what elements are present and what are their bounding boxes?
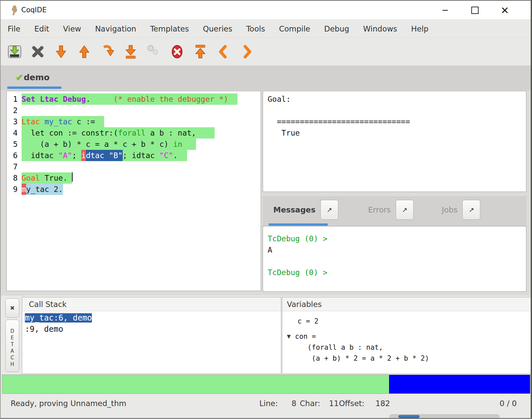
- messages-panel[interactable]: TcDebug (0) >ATcDebug (0) >: [263, 226, 526, 292]
- editor-line-1[interactable]: 1Set Ltac Debug. (* enable the debugger …: [7, 93, 261, 105]
- save-icon[interactable]: [7, 44, 23, 60]
- proof-progress-bar: [2, 375, 530, 394]
- tab-messages[interactable]: Messages↗: [273, 196, 338, 223]
- titlebar: CoqIDE ─ ✕: [1, 1, 531, 20]
- line-number: 3: [7, 116, 18, 127]
- menu-windows[interactable]: Windows: [356, 20, 404, 37]
- menu-file[interactable]: File: [7, 20, 28, 37]
- menu-view[interactable]: View: [56, 20, 88, 37]
- coq-logo-icon: [10, 5, 19, 16]
- goal-panel[interactable]: Goal: ============================= True: [263, 91, 526, 192]
- line-value: 8: [292, 399, 297, 408]
- variables-header: Variables: [282, 297, 531, 311]
- menu-debug[interactable]: Debug: [317, 20, 356, 37]
- menu-queries[interactable]: Queries: [196, 20, 239, 37]
- expand-triangle-icon[interactable]: ▼: [287, 331, 291, 342]
- callstack-frame[interactable]: :9, demo: [25, 324, 281, 335]
- line-number: 7: [7, 161, 18, 172]
- step-forward-icon[interactable]: [53, 44, 69, 60]
- goto-cursor-icon[interactable]: [100, 44, 115, 60]
- tab-jobs[interactable]: Jobs↗: [442, 196, 480, 223]
- detach-errors-button[interactable]: ↗: [396, 200, 414, 220]
- callstack-rows[interactable]: my_tac:6, demo:9, demo: [22, 311, 281, 335]
- goal-line: =============================: [268, 116, 526, 127]
- line-number: 9: [7, 184, 18, 195]
- goal-line: [268, 105, 526, 116]
- restart-icon[interactable]: [192, 44, 208, 60]
- offset-label: Offset:: [339, 399, 365, 408]
- callstack-frame[interactable]: my_tac:6, demo: [25, 312, 281, 324]
- variables-panel: Variables c = 2▼con =(forall a b : nat, …: [282, 297, 531, 374]
- statusbar: Ready, proving Unnamed_thm Line: 8 Char:…: [1, 394, 531, 413]
- tab-demo[interactable]: ✔ demo: [7, 66, 50, 89]
- menu-templates[interactable]: Templates: [143, 20, 196, 37]
- toolbar: ⚙⚙: [1, 38, 531, 66]
- char-label: Char:: [300, 399, 320, 408]
- menu-compile[interactable]: Compile: [272, 20, 317, 37]
- active-tab-underline: [7, 87, 61, 89]
- message-line: [268, 256, 526, 267]
- tab-label: Messages: [273, 206, 315, 214]
- tab-label: Jobs: [442, 206, 457, 214]
- close-window-button[interactable]: ✕: [498, 3, 512, 17]
- goal-line: Goal:: [268, 93, 526, 105]
- line-number: 2: [7, 105, 18, 116]
- close-panel-icon: ✖: [10, 305, 15, 311]
- minimize-button[interactable]: ─: [438, 3, 452, 17]
- previous-occurrence-icon[interactable]: [216, 44, 232, 60]
- detach-debug-panel-button[interactable]: DETACH: [5, 320, 19, 372]
- callstack-panel: Call Stack my_tac:6, demo:9, demo: [22, 297, 281, 374]
- variable-value-line: (a + b) * 2 = a * 2 + b * 2): [307, 353, 531, 364]
- close-tab-icon[interactable]: [30, 44, 46, 60]
- interrupt-icon[interactable]: [169, 44, 185, 60]
- editor-line-4[interactable]: 4 let con := constr:(forall a b : nat,: [7, 127, 261, 139]
- menu-tools[interactable]: Tools: [239, 20, 272, 37]
- message-line: TcDebug (0) >: [268, 233, 526, 244]
- editor-line-3[interactable]: 3Ltac my_tac c :=: [7, 116, 261, 127]
- message-line: TcDebug (0) >: [268, 267, 526, 278]
- offset-value: 182: [375, 399, 390, 408]
- variable-entry: c = 2: [298, 316, 531, 327]
- editor-line-8[interactable]: 8Goal True.: [7, 172, 261, 184]
- variable-value-line: (forall a b : nat,: [307, 342, 531, 353]
- text-cursor: [72, 172, 73, 182]
- bottom-scrollbar[interactable]: [389, 414, 499, 419]
- step-backward-icon[interactable]: [76, 44, 92, 60]
- detach-messages-button[interactable]: ↗: [320, 200, 338, 220]
- settings-gears-icon[interactable]: ⚙⚙: [146, 44, 162, 60]
- char-value: 11: [329, 399, 339, 408]
- menu-help[interactable]: Help: [404, 20, 435, 37]
- feedback-tabbar: Messages↗Errors↗Jobs↗: [263, 196, 526, 226]
- editor-line-2[interactable]: 2: [7, 105, 261, 116]
- goal-line: True: [268, 127, 526, 139]
- detach-arrow-icon: ↗: [402, 206, 408, 214]
- message-line: A: [268, 244, 526, 256]
- document-tabbar: ✔ demo: [1, 66, 531, 90]
- bottom-scrollbar-thumb[interactable]: [398, 415, 420, 418]
- line-number: 6: [7, 150, 18, 161]
- maximize-button[interactable]: [468, 3, 482, 17]
- script-editor[interactable]: 1Set Ltac Debug. (* enable the debugger …: [6, 91, 261, 291]
- menubar: FileEditViewNavigationTemplatesQueriesTo…: [1, 20, 531, 38]
- detach-jobs-button[interactable]: ↗: [462, 200, 480, 220]
- tab-label: demo: [24, 73, 49, 82]
- editor-line-9[interactable]: 9my_tac 2.: [7, 184, 261, 195]
- tab-errors[interactable]: Errors↗: [368, 196, 414, 223]
- callstack-header: Call Stack: [22, 297, 281, 311]
- variables-rows[interactable]: c = 2▼con =(forall a b : nat, (a + b) * …: [282, 316, 531, 364]
- editor-line-6[interactable]: 6 idtac "A"; idtac "B"; idtac "C".: [7, 150, 261, 161]
- editor-line-5[interactable]: 5 (a + b) * c = a * c + b * c) in: [7, 139, 261, 150]
- run-to-end-icon[interactable]: [123, 44, 139, 60]
- tab-label: Errors: [368, 206, 391, 214]
- next-occurrence-icon[interactable]: [239, 44, 255, 60]
- menu-edit[interactable]: Edit: [28, 20, 56, 37]
- check-icon: ✔: [15, 72, 23, 83]
- variable-entry-expandable[interactable]: ▼con =: [287, 331, 531, 342]
- line-label: Line:: [259, 399, 278, 408]
- error-counter: 0 / 0: [499, 399, 517, 408]
- editor-line-7[interactable]: 7: [7, 161, 261, 172]
- close-debug-panel-button[interactable]: ✖: [5, 298, 19, 318]
- line-number: 1: [7, 93, 18, 105]
- menu-navigation[interactable]: Navigation: [88, 20, 143, 37]
- window-title: CoqIDE: [21, 6, 46, 14]
